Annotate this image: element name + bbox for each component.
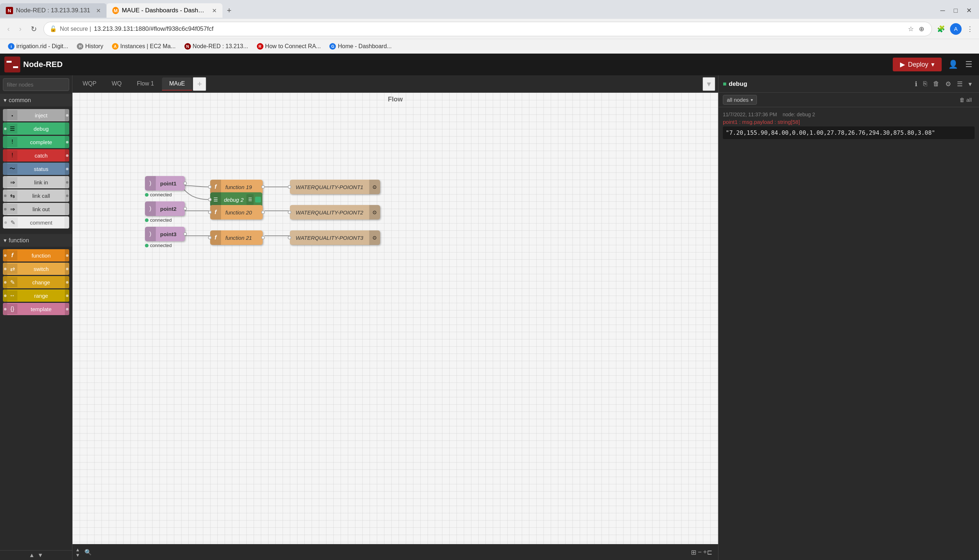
tab-menu-button[interactable]: ▾: [702, 77, 715, 91]
node-link-in[interactable]: ⇒ link in: [3, 176, 69, 188]
minimize-button[interactable]: ─: [937, 5, 948, 16]
status-dot-connected: [145, 193, 148, 197]
flow-node-point1[interactable]: ) point1 connected: [145, 176, 185, 197]
node-change[interactable]: ✎ change: [3, 276, 69, 288]
nr-canvas[interactable]: ) point1 connected f: [72, 93, 718, 544]
bookmark-label-nodered: Node-RED : 13.213...: [193, 43, 248, 50]
nr-logo-icon: [4, 57, 20, 72]
maximize-button[interactable]: □: [951, 5, 961, 16]
bookmark-star[interactable]: ☆: [907, 23, 915, 34]
wq2-icon: ⊙: [369, 205, 380, 220]
bookmark-label-ec2: Instances | EC2 Ma...: [120, 43, 176, 50]
flow-node-fn19[interactable]: f function 19: [210, 180, 263, 194]
node-inject[interactable]: ⬩ inject: [3, 109, 69, 121]
node-debug[interactable]: ☰ debug: [3, 122, 69, 135]
add-tab-button[interactable]: +: [193, 77, 206, 91]
close-window-button[interactable]: ✕: [963, 5, 975, 16]
flow-node-fn20[interactable]: f function 20: [210, 205, 263, 220]
node-inject-port-right: [65, 109, 69, 121]
bookmark-nodered[interactable]: N Node-RED : 13.213...: [181, 42, 252, 51]
canvas-fit-btn[interactable]: ⊞: [691, 548, 696, 557]
node-catch[interactable]: ! catch: [3, 149, 69, 162]
sidebar-scroll-up[interactable]: ▲: [29, 552, 35, 558]
canvas-zoom-out-btn[interactable]: −: [698, 548, 702, 556]
node-template[interactable]: {} template: [3, 303, 69, 315]
flow-node-wq3[interactable]: WATERQUALITY-POIONT3 ⊙: [290, 230, 380, 245]
back-button[interactable]: ‹: [4, 23, 13, 34]
flow-node-wq2[interactable]: WATERQUALITY-POIONT2 ⊙: [290, 205, 380, 220]
debug-filter-dropdown[interactable]: all nodes ▾: [723, 95, 757, 105]
debug-clear-btn[interactable]: 🗑 all: [957, 95, 975, 104]
debug-trash-btn[interactable]: 🗑: [930, 78, 942, 89]
menu-btn[interactable]: ⋮: [965, 23, 975, 34]
bookmark-home[interactable]: G Home - Dashboard...: [326, 42, 395, 51]
sidebar-scroll-down[interactable]: ▼: [38, 552, 43, 558]
bookmark-howto[interactable]: R How to Connect RA...: [253, 42, 325, 51]
node-debug-label: debug: [17, 126, 65, 132]
canvas-scroll-down-btn[interactable]: ▼: [75, 553, 80, 557]
debug-settings-btn[interactable]: ⚙: [942, 78, 954, 90]
tab-wq[interactable]: WQ: [104, 78, 129, 90]
debug-collapse-btn[interactable]: ▾: [966, 78, 975, 90]
bookmark-history[interactable]: H History: [73, 42, 107, 51]
extension-icon[interactable]: ⊕: [917, 23, 926, 34]
node-status[interactable]: 〜 status: [3, 163, 69, 175]
node-switch[interactable]: ⇄ switch: [3, 263, 69, 275]
debug2-active-indicator: [255, 197, 261, 202]
reload-button[interactable]: ↻: [28, 23, 40, 35]
canvas-search-area[interactable]: 🔍: [82, 549, 95, 556]
user-icon-button[interactable]: 👤: [946, 58, 960, 72]
tab-wqp[interactable]: WQP: [75, 78, 103, 90]
toggle-panel-btn[interactable]: ⊏: [707, 548, 712, 557]
bookmark-favicon-irrigation: i: [8, 43, 15, 50]
flow-node-debug2[interactable]: ☰ debug 2 ☰: [210, 192, 262, 207]
tab-nodered[interactable]: N Node-RED : 13.213.39.131 ✕: [0, 3, 107, 18]
sidebar-section-function-header[interactable]: ▾ function: [0, 234, 72, 247]
flow-node-wq1[interactable]: WATERQUALITY-POIONT1 ⊙: [290, 180, 380, 194]
tab-close-maue[interactable]: ✕: [212, 7, 217, 14]
debug-list-btn[interactable]: ☰: [954, 78, 966, 90]
flow-center-label: Flow: [388, 96, 403, 103]
sidebar-section-common-header[interactable]: ▾ common: [0, 94, 72, 107]
fn19-label: function 19: [221, 184, 256, 190]
forward-button[interactable]: ›: [16, 23, 25, 34]
node-complete[interactable]: ! complete: [3, 136, 69, 148]
deploy-button[interactable]: ▶ Deploy ▾: [893, 58, 942, 72]
node-link-out[interactable]: ⇒ link out: [3, 203, 69, 215]
flow-node-point3[interactable]: ) point3 connected: [145, 227, 185, 248]
bookmark-irrigation[interactable]: i irrigation.rid - Digit...: [4, 42, 72, 51]
tab-flow1[interactable]: Flow 1: [130, 78, 161, 90]
extension-btn[interactable]: 🧩: [936, 23, 946, 34]
debug-copy-btn[interactable]: ⎘: [920, 78, 930, 89]
debug-info-btn[interactable]: ℹ: [912, 78, 920, 90]
flow-node-point2[interactable]: ) point2 connected: [145, 202, 185, 223]
sidebar-scroll: ▾ common ⬩ inject: [0, 94, 72, 550]
bookmark-ec2[interactable]: A Instances | EC2 Ma...: [108, 42, 179, 51]
window-controls: ─ □ ✕: [937, 5, 979, 16]
canvas-left-arrows: ▲ ▼: [75, 547, 80, 557]
deploy-chevron: ▾: [931, 60, 934, 68]
bookmark-favicon-ec2: A: [112, 43, 118, 50]
canvas-scroll-up-btn[interactable]: ▲: [75, 547, 80, 552]
tab-close-nr[interactable]: ✕: [96, 7, 101, 14]
canvas-zoom-in-btn[interactable]: +: [703, 548, 707, 556]
filter-nodes-input[interactable]: [3, 78, 69, 91]
node-debug-port-left: [3, 122, 7, 135]
fn19-input-port: [208, 185, 212, 189]
debug-entry-1: 11/7/2022, 11:37:36 PM node: debug 2 poi…: [723, 112, 975, 139]
tab-maue[interactable]: M MAUE - Dashboards - Dashboar... ✕: [107, 3, 222, 18]
flow-node-fn21[interactable]: f function 21: [210, 230, 263, 245]
menu-icon-button[interactable]: ☰: [963, 58, 975, 72]
fn19-output-port: [261, 185, 265, 189]
chevron-down-icon: ▾: [3, 97, 7, 103]
tab-maue[interactable]: MAuE: [162, 78, 192, 90]
node-function[interactable]: f function: [3, 249, 69, 262]
profile-btn[interactable]: A: [950, 23, 962, 35]
wq1-icon: ⊙: [369, 180, 380, 194]
new-tab-button[interactable]: +: [222, 6, 236, 15]
node-template-port-left: [3, 303, 7, 315]
node-link-call[interactable]: ⇆ link call: [3, 190, 69, 202]
node-comment[interactable]: ✎ comment: [3, 216, 69, 228]
url-bar[interactable]: 🔓 Not secure | 13.213.39.131:1880/#flow/…: [43, 22, 932, 36]
node-range[interactable]: ↔ range: [3, 289, 69, 302]
